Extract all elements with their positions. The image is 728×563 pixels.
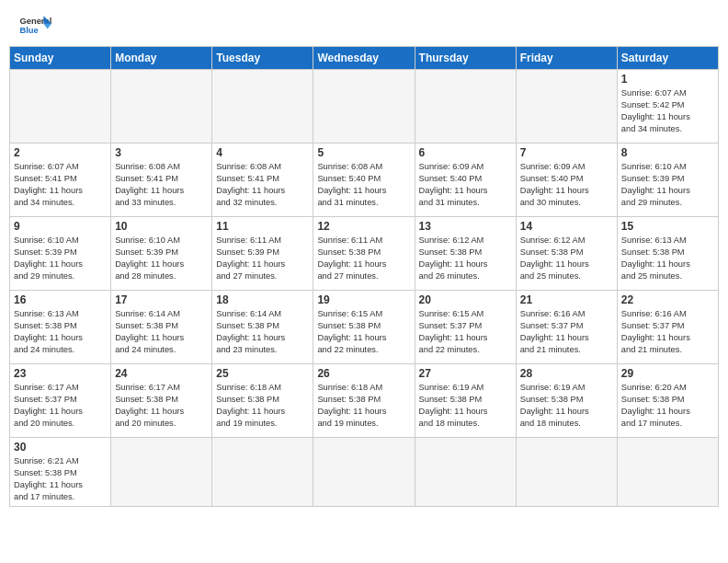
day-number: 24: [115, 367, 208, 380]
day-number: 27: [419, 367, 512, 380]
day-info: Sunrise: 6:10 AMSunset: 5:39 PMDaylight:…: [14, 235, 107, 282]
weekday-header-monday: Monday: [111, 47, 212, 70]
calendar-cell: 8Sunrise: 6:10 AMSunset: 5:39 PMDaylight…: [617, 144, 718, 217]
calendar-cell: 19Sunrise: 6:15 AMSunset: 5:38 PMDayligh…: [313, 291, 415, 364]
day-number: 21: [520, 293, 613, 306]
day-info: Sunrise: 6:08 AMSunset: 5:40 PMDaylight:…: [317, 161, 410, 209]
day-info: Sunrise: 6:16 AMSunset: 5:37 PMDaylight:…: [621, 308, 714, 356]
day-number: 30: [14, 441, 107, 454]
weekday-header-wednesday: Wednesday: [313, 47, 415, 70]
logo-area: General Blue: [18, 9, 51, 42]
day-number: 26: [317, 367, 410, 380]
day-info: Sunrise: 6:13 AMSunset: 5:38 PMDaylight:…: [14, 308, 107, 356]
calendar-body: 1Sunrise: 6:07 AMSunset: 5:42 PMDaylight…: [10, 70, 719, 507]
calendar-cell: 25Sunrise: 6:18 AMSunset: 5:38 PMDayligh…: [212, 364, 313, 438]
day-info: Sunrise: 6:12 AMSunset: 5:38 PMDaylight:…: [419, 235, 512, 282]
day-info: Sunrise: 6:09 AMSunset: 5:40 PMDaylight:…: [419, 161, 512, 209]
calendar-cell: [212, 438, 313, 507]
day-number: 8: [621, 146, 714, 159]
day-number: 3: [115, 146, 208, 159]
day-number: 5: [317, 146, 410, 159]
day-info: Sunrise: 6:14 AMSunset: 5:38 PMDaylight:…: [115, 308, 208, 356]
day-number: 15: [621, 220, 714, 233]
calendar-week-6: 30Sunrise: 6:21 AMSunset: 5:38 PMDayligh…: [10, 438, 719, 507]
day-number: 4: [216, 146, 309, 159]
day-info: Sunrise: 6:15 AMSunset: 5:37 PMDaylight:…: [419, 308, 512, 356]
calendar-cell: [111, 70, 212, 144]
day-info: Sunrise: 6:10 AMSunset: 5:39 PMDaylight:…: [621, 161, 714, 209]
calendar-cell: [516, 438, 617, 507]
calendar-cell: 13Sunrise: 6:12 AMSunset: 5:38 PMDayligh…: [415, 217, 516, 291]
day-number: 6: [419, 146, 512, 159]
weekday-header-saturday: Saturday: [617, 47, 718, 70]
day-info: Sunrise: 6:14 AMSunset: 5:38 PMDaylight:…: [216, 308, 309, 356]
day-number: 22: [621, 293, 714, 306]
day-number: 17: [115, 293, 208, 306]
calendar-cell: [617, 438, 718, 507]
calendar-week-5: 23Sunrise: 6:17 AMSunset: 5:37 PMDayligh…: [10, 364, 719, 438]
day-number: 7: [520, 146, 613, 159]
weekday-header-friday: Friday: [516, 47, 617, 70]
calendar-table: SundayMondayTuesdayWednesdayThursdayFrid…: [9, 46, 719, 507]
day-info: Sunrise: 6:19 AMSunset: 5:38 PMDaylight:…: [520, 382, 613, 430]
calendar-cell: 30Sunrise: 6:21 AMSunset: 5:38 PMDayligh…: [10, 438, 111, 507]
calendar-cell: [111, 438, 212, 507]
calendar-cell: 24Sunrise: 6:17 AMSunset: 5:38 PMDayligh…: [111, 364, 212, 438]
calendar-cell: 7Sunrise: 6:09 AMSunset: 5:40 PMDaylight…: [516, 144, 617, 217]
page-header: General Blue: [0, 0, 728, 46]
svg-text:Blue: Blue: [19, 26, 38, 35]
day-number: 1: [621, 73, 714, 86]
calendar-cell: 26Sunrise: 6:18 AMSunset: 5:38 PMDayligh…: [313, 364, 415, 438]
day-info: Sunrise: 6:15 AMSunset: 5:38 PMDaylight:…: [317, 308, 410, 356]
calendar-cell: 15Sunrise: 6:13 AMSunset: 5:38 PMDayligh…: [617, 217, 718, 291]
weekday-header-row: SundayMondayTuesdayWednesdayThursdayFrid…: [10, 47, 719, 70]
calendar-cell: [212, 70, 313, 144]
day-number: 11: [216, 220, 309, 233]
day-info: Sunrise: 6:08 AMSunset: 5:41 PMDaylight:…: [115, 161, 208, 209]
day-number: 18: [216, 293, 309, 306]
calendar-cell: [313, 438, 415, 507]
calendar-cell: 12Sunrise: 6:11 AMSunset: 5:38 PMDayligh…: [313, 217, 415, 291]
calendar-cell: [415, 438, 516, 507]
day-info: Sunrise: 6:10 AMSunset: 5:39 PMDaylight:…: [115, 235, 208, 282]
day-number: 10: [115, 220, 208, 233]
calendar-week-1: 1Sunrise: 6:07 AMSunset: 5:42 PMDaylight…: [10, 70, 719, 144]
day-info: Sunrise: 6:20 AMSunset: 5:38 PMDaylight:…: [621, 382, 714, 430]
calendar-cell: 14Sunrise: 6:12 AMSunset: 5:38 PMDayligh…: [516, 217, 617, 291]
calendar-cell: 5Sunrise: 6:08 AMSunset: 5:40 PMDaylight…: [313, 144, 415, 217]
calendar-week-4: 16Sunrise: 6:13 AMSunset: 5:38 PMDayligh…: [10, 291, 719, 364]
day-info: Sunrise: 6:11 AMSunset: 5:38 PMDaylight:…: [317, 235, 410, 282]
day-info: Sunrise: 6:07 AMSunset: 5:41 PMDaylight:…: [14, 161, 107, 209]
calendar-cell: 29Sunrise: 6:20 AMSunset: 5:38 PMDayligh…: [617, 364, 718, 438]
calendar-cell: 18Sunrise: 6:14 AMSunset: 5:38 PMDayligh…: [212, 291, 313, 364]
day-info: Sunrise: 6:18 AMSunset: 5:38 PMDaylight:…: [216, 382, 309, 430]
calendar-cell: 17Sunrise: 6:14 AMSunset: 5:38 PMDayligh…: [111, 291, 212, 364]
calendar-cell: 16Sunrise: 6:13 AMSunset: 5:38 PMDayligh…: [10, 291, 111, 364]
calendar-cell: 21Sunrise: 6:16 AMSunset: 5:37 PMDayligh…: [516, 291, 617, 364]
day-info: Sunrise: 6:19 AMSunset: 5:38 PMDaylight:…: [419, 382, 512, 430]
calendar-cell: [10, 70, 111, 144]
day-number: 2: [14, 146, 107, 159]
day-info: Sunrise: 6:11 AMSunset: 5:39 PMDaylight:…: [216, 235, 309, 282]
calendar-cell: 4Sunrise: 6:08 AMSunset: 5:41 PMDaylight…: [212, 144, 313, 217]
day-info: Sunrise: 6:18 AMSunset: 5:38 PMDaylight:…: [317, 382, 410, 430]
day-number: 14: [520, 220, 613, 233]
calendar-cell: [516, 70, 617, 144]
day-info: Sunrise: 6:21 AMSunset: 5:38 PMDaylight:…: [14, 455, 107, 503]
day-number: 28: [520, 367, 613, 380]
day-info: Sunrise: 6:07 AMSunset: 5:42 PMDaylight:…: [621, 87, 714, 135]
day-number: 29: [621, 367, 714, 380]
calendar-cell: 10Sunrise: 6:10 AMSunset: 5:39 PMDayligh…: [111, 217, 212, 291]
calendar-cell: 22Sunrise: 6:16 AMSunset: 5:37 PMDayligh…: [617, 291, 718, 364]
calendar-week-2: 2Sunrise: 6:07 AMSunset: 5:41 PMDaylight…: [10, 144, 719, 217]
calendar-cell: [313, 70, 415, 144]
day-number: 20: [419, 293, 512, 306]
day-info: Sunrise: 6:12 AMSunset: 5:38 PMDaylight:…: [520, 235, 613, 282]
calendar-week-3: 9Sunrise: 6:10 AMSunset: 5:39 PMDaylight…: [10, 217, 719, 291]
calendar-cell: 2Sunrise: 6:07 AMSunset: 5:41 PMDaylight…: [10, 144, 111, 217]
calendar-cell: 1Sunrise: 6:07 AMSunset: 5:42 PMDaylight…: [617, 70, 718, 144]
calendar-cell: 3Sunrise: 6:08 AMSunset: 5:41 PMDaylight…: [111, 144, 212, 217]
calendar-cell: 20Sunrise: 6:15 AMSunset: 5:37 PMDayligh…: [415, 291, 516, 364]
day-info: Sunrise: 6:16 AMSunset: 5:37 PMDaylight:…: [520, 308, 613, 356]
day-number: 9: [14, 220, 107, 233]
